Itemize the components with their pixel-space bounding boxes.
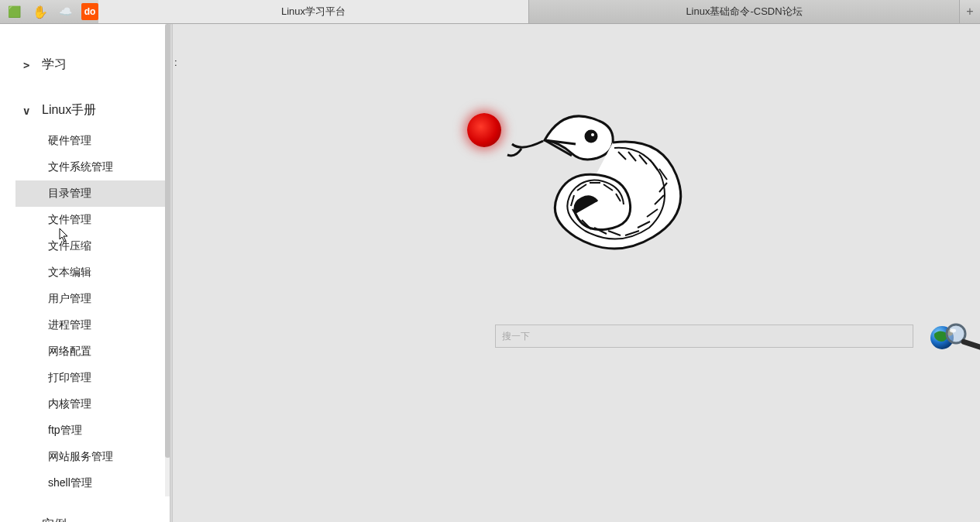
- nav-section-linux-manual: v Linux手册 硬件管理 文件系统管理 目录管理 文件管理 文件压缩 文本编…: [0, 93, 170, 496]
- logo-area: [467, 98, 692, 283]
- favicon-2[interactable]: ✋: [27, 3, 53, 21]
- nav-head-linux-manual[interactable]: v Linux手册: [0, 93, 170, 128]
- content-area: :: [173, 24, 980, 522]
- new-tab-button[interactable]: +: [960, 0, 980, 23]
- svg-point-4: [950, 329, 956, 333]
- nav-head-study[interactable]: > 学习: [0, 47, 170, 82]
- nav-head-examples[interactable]: > 实例: [0, 507, 170, 522]
- nav-item-shell-mgmt[interactable]: shell管理: [15, 470, 170, 496]
- tab-inactive[interactable]: Linux基础命令-CSDN论坛: [529, 0, 960, 23]
- svg-point-1: [591, 133, 594, 136]
- nav-title-linux-manual: Linux手册: [42, 102, 96, 118]
- nav-title-examples: 实例: [42, 517, 67, 522]
- caret-collapsed-icon: >: [23, 519, 34, 523]
- tab-favicon-strip: 🟩 ✋ ☁️ do: [0, 0, 98, 23]
- nav-item-user-mgmt[interactable]: 用户管理: [15, 286, 170, 312]
- caret-collapsed-icon: >: [23, 59, 34, 71]
- stray-colon: :: [174, 57, 177, 68]
- nav-item-print-mgmt[interactable]: 打印管理: [15, 365, 170, 391]
- nav-item-file-compress[interactable]: 文件压缩: [15, 233, 170, 259]
- browser-tabbar: 🟩 ✋ ☁️ do Linux学习平台 Linux基础命令-CSDN论坛 +: [0, 0, 980, 24]
- favicon-1[interactable]: 🟩: [2, 3, 27, 21]
- nav-item-text-edit[interactable]: 文本编辑: [15, 259, 170, 286]
- red-ball-icon: [467, 113, 501, 147]
- sidebar-scrollbar-thumb[interactable]: [165, 24, 170, 458]
- nav-sub-linux-manual: 硬件管理 文件系统管理 目录管理 文件管理 文件压缩 文本编辑 用户管理 进程管…: [0, 128, 170, 496]
- tab-active[interactable]: Linux学习平台: [98, 0, 529, 23]
- svg-rect-5: [961, 338, 980, 352]
- nav-item-kernel-mgmt[interactable]: 内核管理: [15, 391, 170, 417]
- tab-title-inactive: Linux基础命令-CSDN论坛: [686, 5, 802, 19]
- nav-section-study: > 学习: [0, 47, 170, 82]
- favicon-4[interactable]: do: [81, 3, 98, 20]
- nav-item-dir-mgmt[interactable]: 目录管理: [15, 180, 170, 207]
- nav-item-hardware[interactable]: 硬件管理: [15, 128, 170, 154]
- sidebar: > 学习 v Linux手册 硬件管理 文件系统管理 目录管理 文件管理 文件压…: [0, 24, 170, 522]
- nav-item-process-mgmt[interactable]: 进程管理: [15, 312, 170, 338]
- nav-item-network[interactable]: 网络配置: [15, 338, 170, 365]
- tab-strip: Linux学习平台 Linux基础命令-CSDN论坛: [98, 0, 960, 23]
- sidebar-scrollbar-track[interactable]: [165, 24, 170, 496]
- nav-item-file-mgmt[interactable]: 文件管理: [15, 207, 170, 233]
- tab-title-active: Linux学习平台: [281, 5, 346, 19]
- snake-logo-icon: [498, 98, 700, 268]
- favicon-3[interactable]: ☁️: [53, 3, 78, 21]
- caret-expanded-icon: v: [23, 105, 34, 117]
- search-button[interactable]: [927, 319, 980, 353]
- svg-point-0: [586, 131, 597, 142]
- nav-item-filesystem[interactable]: 文件系统管理: [15, 154, 170, 180]
- nav-section-examples: > 实例: [0, 507, 170, 522]
- globe-magnifier-icon: [928, 320, 980, 352]
- search-row: [495, 319, 980, 353]
- nav-item-website-mgmt[interactable]: 网站服务管理: [15, 444, 170, 470]
- search-input[interactable]: [495, 325, 913, 348]
- nav-title-study: 学习: [42, 57, 67, 73]
- main-area: > 学习 v Linux手册 硬件管理 文件系统管理 目录管理 文件管理 文件压…: [0, 24, 980, 522]
- nav-item-ftp-mgmt[interactable]: ftp管理: [15, 417, 170, 444]
